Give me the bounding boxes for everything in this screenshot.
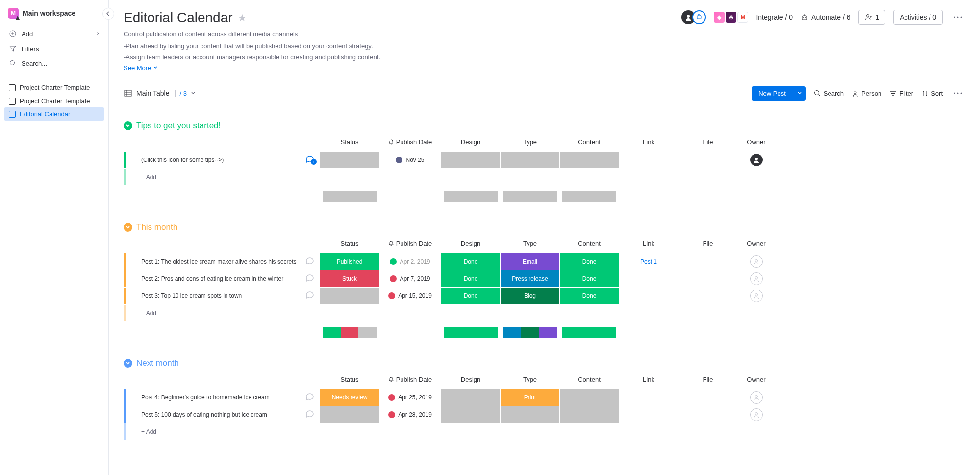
col-header[interactable]: Type [501,371,559,389]
col-header[interactable]: Publish Date [379,133,441,151]
group-toggle[interactable] [124,121,132,130]
see-more-link[interactable]: See More [124,64,158,72]
activities-button[interactable]: Activities / 0 [893,10,943,25]
workspace-header[interactable]: M Main workspace [4,6,104,21]
owner-cell[interactable] [738,406,775,423]
file-cell[interactable] [678,406,737,423]
content-cell[interactable]: Done [560,253,619,270]
conversation-icon[interactable] [305,273,315,283]
col-header[interactable]: File [678,133,737,151]
owner-cell[interactable] [738,389,775,406]
group-title[interactable]: Next month [136,358,179,368]
filter-action[interactable]: Filter [889,90,913,97]
view-count[interactable]: / 3 [175,90,186,97]
search-action[interactable]: Search [814,90,844,97]
design-cell[interactable] [441,389,500,406]
sidebar-board-item[interactable]: Editorial Calendar [4,107,104,121]
conversation-icon[interactable]: 1 [305,154,315,164]
col-header[interactable]: Type [501,133,559,151]
toolbar-more-menu[interactable] [951,89,965,97]
link-cell[interactable] [619,152,678,168]
date-cell[interactable]: Apr 25, 2019 [379,389,441,406]
invite-button[interactable]: 1 [858,10,886,25]
content-cell[interactable]: Done [560,288,619,304]
automate-button[interactable]: Automate / 6 [801,13,850,21]
group-title[interactable]: Tips to get you started! [136,121,221,131]
row-name-cell[interactable]: Post 2: Pros and cons of eating ice crea… [124,270,320,287]
col-header[interactable]: Status [320,235,379,253]
conversation-icon[interactable] [305,409,315,419]
design-cell[interactable]: Done [441,288,500,304]
col-header[interactable]: Type [501,235,559,253]
new-post-dropdown[interactable] [793,86,806,101]
col-header[interactable]: Link [619,235,678,253]
owner-cell[interactable] [738,288,775,304]
row-name-cell[interactable]: Post 3: Top 10 ice cream spots in town [124,288,320,304]
col-header[interactable]: Design [441,133,500,151]
file-cell[interactable] [678,152,737,168]
type-cell[interactable] [501,152,559,168]
link-cell[interactable] [619,288,678,304]
sidebar-board-item[interactable]: Project Charter Template [4,94,104,107]
owner-avatar[interactable] [750,154,763,166]
col-header[interactable]: Publish Date [379,235,441,253]
row-name-cell[interactable]: Post 1: The oldest ice cream maker alive… [124,253,320,270]
date-cell[interactable]: Apr 15, 2019 [379,288,441,304]
col-header[interactable]: Link [619,133,678,151]
type-cell[interactable]: Press release [501,270,559,287]
sidebar-add[interactable]: Add [4,26,104,41]
col-header[interactable]: Owner [738,133,775,151]
file-cell[interactable] [678,288,737,304]
link-cell[interactable] [619,406,678,423]
file-cell[interactable] [678,270,737,287]
design-cell[interactable] [441,152,500,168]
collapse-sidebar-button[interactable] [102,8,114,20]
design-cell[interactable] [441,406,500,423]
design-cell[interactable]: Done [441,253,500,270]
content-cell[interactable]: Done [560,270,619,287]
date-cell[interactable]: Nov 25 [379,152,441,168]
type-cell[interactable]: Print [501,389,559,406]
new-post-button[interactable]: New Post [752,86,793,101]
owner-avatar[interactable] [750,391,763,404]
add-row[interactable]: + Add [124,169,320,185]
content-cell[interactable] [560,389,619,406]
col-header[interactable]: Status [320,133,379,151]
date-cell[interactable]: Apr 28, 2019 [379,406,441,423]
col-header[interactable]: File [678,371,737,389]
conversation-icon[interactable] [305,256,315,265]
owner-avatar[interactable] [750,272,763,285]
link-cell[interactable] [619,270,678,287]
avatar-group[interactable] [681,10,706,24]
link-cell[interactable]: Post 1 [619,253,678,270]
col-header[interactable]: Owner [738,371,775,389]
sort-action[interactable]: Sort [921,90,943,97]
link-cell[interactable] [619,389,678,406]
col-header[interactable]: Publish Date [379,371,441,389]
add-row[interactable]: + Add [124,305,320,321]
owner-cell[interactable] [738,253,775,270]
content-cell[interactable] [560,406,619,423]
owner-cell[interactable] [738,270,775,287]
group-title[interactable]: This month [136,222,177,232]
row-name-cell[interactable]: Post 4: Beginner's guide to homemade ice… [124,389,320,406]
person-action[interactable]: Person [852,90,881,97]
col-header[interactable]: Design [441,235,500,253]
col-header[interactable]: Content [560,235,619,253]
chevron-down-icon[interactable] [191,91,196,96]
owner-avatar[interactable] [750,255,763,268]
col-header[interactable]: File [678,235,737,253]
status-cell[interactable] [320,152,379,168]
col-header[interactable]: Design [441,371,500,389]
status-cell[interactable]: Stuck [320,270,379,287]
date-cell[interactable]: Apr 7, 2019 [379,270,441,287]
group-toggle[interactable] [124,359,132,368]
sidebar-filters[interactable]: Filters [4,41,104,56]
sidebar-search[interactable]: Search... [4,56,104,71]
star-icon[interactable]: ★ [238,12,247,24]
type-cell[interactable]: Email [501,253,559,270]
more-menu[interactable] [951,13,965,21]
view-name[interactable]: Main Table [136,89,169,97]
status-cell[interactable] [320,288,379,304]
col-header[interactable]: Content [560,133,619,151]
